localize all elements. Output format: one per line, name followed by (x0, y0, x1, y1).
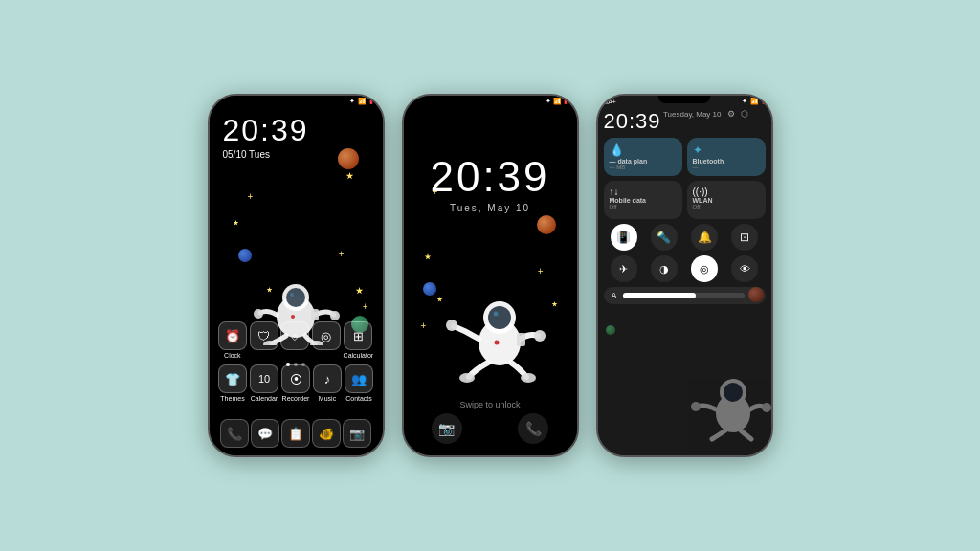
recorder-icon: ⦿ (281, 364, 310, 393)
app-music[interactable]: ♪ Music (313, 364, 342, 402)
app-shield[interactable]: 🛡 (250, 321, 278, 359)
cc-edit-icon[interactable]: ⚙ (727, 109, 735, 119)
phone2: ✦ 📶 ▮ + + + 20:39 Tues, May 10 (402, 94, 579, 457)
star-3 (356, 287, 364, 295)
cc-panel: 💧 — data plan — MB ✦ Bluetooth — (604, 138, 766, 309)
calendar-label: Calendar (251, 395, 278, 402)
star-2 (234, 220, 239, 226)
app-calendar[interactable]: 10 Calendar (250, 364, 278, 402)
notification-btn[interactable]: 🔔 (691, 224, 718, 251)
calculator-icon: ⊞ (344, 321, 372, 350)
phone1-time: 20:39 (223, 115, 309, 145)
dock-phone[interactable]: 📞 (220, 419, 249, 448)
plus-1: + (248, 191, 254, 202)
svg-point-7 (330, 311, 340, 320)
music-label: Music (319, 395, 336, 402)
phone2-time: 20:39 (404, 153, 577, 201)
svg-point-13 (493, 312, 498, 317)
app-clock[interactable]: ⏰ Clock (218, 321, 247, 359)
cc-date: Tuesday, May 10 (663, 110, 721, 119)
app-unknown[interactable]: ◎ (312, 321, 341, 359)
data-plan-sub: — MB (610, 165, 626, 170)
plus-2: + (339, 249, 345, 259)
lock-camera-btn[interactable]: 📷 (432, 413, 462, 444)
cc-data-header: 💧 (610, 143, 624, 157)
svg-rect-16 (517, 333, 525, 346)
flashlight-btn[interactable]: 🔦 (651, 224, 678, 251)
bluetooth-icon-2: ✦ (546, 98, 551, 105)
mobile-data-icon: ↑↓ (610, 187, 619, 197)
battery-icon-1: ▮ (369, 98, 373, 105)
cc-tile-data[interactable]: 💧 — data plan — MB (604, 138, 682, 176)
contacts-icon: 👥 (345, 364, 373, 393)
screen-btn[interactable]: ⊡ (731, 224, 758, 251)
app-row-1: ⏰ Clock 🛡 ⟐ ◎ (217, 321, 375, 359)
notch1 (270, 96, 323, 103)
clock-label: Clock (224, 352, 241, 359)
app-row-2: 👕 Themes 10 Calendar ⦿ Recorder ♪ Music (217, 364, 375, 402)
planet-cc1 (748, 287, 764, 302)
themes-icon: 👕 (218, 364, 247, 393)
cc-modes-row: ✈ ◑ ◎ 👁 (604, 255, 766, 282)
phone3-wrapper: SA+ ✦ 📶 ▮ 20:39 Tuesday, May 10 ⚙ ⬡ (596, 94, 773, 457)
svg-point-17 (494, 341, 499, 345)
cc-row-2: ↑↓ Mobile data Off ((·)) WLAN Off (604, 181, 766, 219)
calculator-label: Calculator (344, 352, 374, 359)
dock: 📞 💬 📋 🐠 📷 (219, 419, 373, 448)
astronaut-area-3 (680, 356, 771, 446)
phone3: SA+ ✦ 📶 ▮ 20:39 Tuesday, May 10 ⚙ ⬡ (596, 94, 773, 457)
bluetooth-icon-1: ✦ (349, 98, 355, 105)
app-share[interactable]: ⟐ (280, 321, 309, 359)
brightness-row[interactable]: A ☀ (604, 287, 766, 304)
dock-camera[interactable]: 📷 (343, 419, 371, 448)
cc-share-icon[interactable]: ⬡ (741, 109, 748, 119)
cc-time: 20:39 (604, 109, 661, 134)
phone1: ✦ 📶 ▮ 20:39 05/10 Tues + + + (208, 94, 385, 457)
notch2 (464, 96, 517, 103)
svg-rect-4 (311, 309, 319, 320)
app-recorder[interactable]: ⦿ Recorder (281, 364, 310, 402)
halfmoon-btn[interactable]: ◑ (651, 255, 678, 282)
signal-icon-1: 📶 (358, 98, 367, 105)
app-grid: ⏰ Clock 🛡 ⟐ ◎ (210, 321, 383, 408)
svg-point-3 (290, 293, 294, 297)
location-btn[interactable]: ◎ (691, 255, 718, 282)
dock-app4[interactable]: 🐠 (312, 419, 341, 448)
clock-icon: ⏰ (218, 321, 247, 350)
planet-1 (338, 148, 359, 169)
phone2-screen: + + + 20:39 Tues, May 10 (404, 96, 577, 455)
dock-message[interactable]: 💬 (251, 419, 279, 448)
status-icons-3: ✦ 📶 ▮ (742, 98, 766, 105)
app-contacts[interactable]: 👥 Contacts (345, 364, 373, 402)
svg-point-22 (724, 383, 743, 402)
mobile-data-label: Mobile data (610, 197, 647, 204)
dock-notes[interactable]: 📋 (281, 419, 310, 448)
unknown-icon: ◎ (312, 321, 341, 350)
eye-btn[interactable]: 👁 (731, 255, 758, 282)
wlan-icon: ((·)) (693, 187, 708, 197)
cc-date-row: Tuesday, May 10 ⚙ ⬡ (663, 109, 747, 119)
brightness-slider[interactable] (623, 293, 745, 298)
signal-icon-3: 📶 (750, 98, 759, 105)
airplane-btn[interactable]: ✈ (611, 255, 637, 282)
status-icons-2: ✦ 📶 ▮ (546, 98, 568, 105)
cc-tile-bluetooth[interactable]: ✦ Bluetooth — (687, 138, 766, 176)
calendar-icon: 10 (250, 364, 278, 393)
lock-phone-btn[interactable]: 📞 (518, 413, 548, 444)
bluetooth-tile-label: Bluetooth (693, 158, 724, 165)
cc-tile-wlan[interactable]: ((·)) WLAN Off (687, 181, 766, 219)
app-calculator[interactable]: ⊞ Calculator (344, 321, 374, 359)
brightness-a-label: A (612, 291, 617, 300)
app-themes[interactable]: 👕 Themes (218, 364, 247, 402)
cc-tile-mobile[interactable]: ↑↓ Mobile data Off (604, 181, 682, 219)
phone2-wrapper: ✦ 📶 ▮ + + + 20:39 Tues, May 10 (402, 94, 579, 457)
signal-icon-2: 📶 (553, 98, 562, 105)
vibrate-btn[interactable]: 📳 (611, 224, 637, 251)
phone1-wrapper: ✦ 📶 ▮ 20:39 05/10 Tues + + + (208, 94, 385, 457)
bluetooth-tile-sub: — (693, 165, 699, 170)
svg-point-18 (459, 373, 475, 383)
svg-point-2 (286, 288, 305, 307)
astronaut-svg-3 (680, 356, 771, 442)
star-l2 (425, 253, 432, 260)
wlan-label: WLAN (693, 197, 713, 204)
